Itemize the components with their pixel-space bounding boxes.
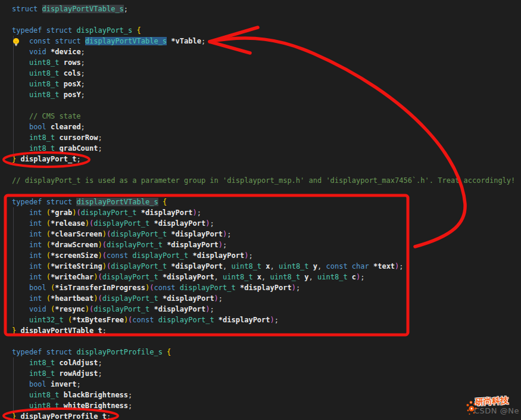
code-token: rows [64,58,81,67]
code-token: *screenSize [51,251,98,260]
code-token [12,380,29,388]
code-token: typedef struct [12,198,76,206]
code-token: ; [360,273,364,281]
code-token: invert [51,380,76,388]
code-token [12,69,29,77]
code-token: ; [81,69,85,77]
code-token: uint8_t [29,69,64,77]
code-token: uint8_t [29,58,64,67]
code-editor-screen: struct displayPortVTable_s;typedef struc… [0,0,521,420]
code-token: ( [98,273,102,281]
code-token: int [29,262,46,270]
code-token: uint8_t [29,402,64,410]
code-token: *displayPort [214,316,270,324]
code-token: , [223,262,231,270]
code-token: displayPort_t [111,230,167,238]
code-token: int [29,273,46,281]
code-line: uint8_t rows; [0,57,521,68]
code-token: *clearScreen [51,230,102,238]
code-token: displayPort_t [93,305,149,313]
code-token: *displayPort [137,209,193,217]
code-token [12,294,29,303]
code-token: ( [46,251,51,260]
code-line: uint8_t cols; [0,68,521,79]
code-token: ) [102,262,107,270]
code-token: *vTable [167,37,201,45]
code-area[interactable]: struct displayPortVTable_s;typedef struc… [0,4,521,420]
code-token: ( [98,294,102,303]
code-token: *device [51,48,81,56]
code-token [12,209,29,217]
code-token: displayPort_t [180,284,236,292]
code-token: { [167,348,171,356]
code-token: ) [98,241,102,249]
code-token: displayPortVTable_t [20,326,102,335]
code-token: ( [76,209,80,217]
code-token: ; [102,326,107,335]
code-token: ; [107,412,111,420]
code-line: int (*release)(displayPort_t *displayPor… [0,218,521,229]
code-token: ) [98,251,102,260]
code-line: bool cleared; [0,122,521,132]
code-line: int8_t rowAdjust; [0,368,521,379]
lightbulb-icon[interactable] [12,38,20,46]
code-token: { [137,26,141,35]
code-token: ; [81,48,85,56]
code-token: } [12,326,20,335]
code-token [158,198,163,206]
code-token: displayPort_t [111,262,167,270]
code-token: *drawScreen [51,241,98,249]
code-token: *displayPort [167,262,223,270]
code-token: *text [369,262,395,270]
code-token: bool [29,123,51,131]
code-token: displayPort_t [93,219,149,228]
code-token: const char [326,262,369,270]
code-token [12,58,29,67]
code-token: ; [219,294,223,303]
code-token: ) [85,305,89,313]
code-token: uint8_t [29,391,64,399]
code-token: rowAdjust [59,369,98,378]
code-line: int (*heartbeat)(displayPort_t *displayP… [0,293,521,304]
code-token: // CMS state [12,112,81,120]
code-token: void [29,48,51,56]
code-token [12,91,29,99]
code-token: } [12,155,20,163]
code-token: blackBrightness [64,391,128,399]
code-token: displayPort_t [20,155,76,163]
code-token: int [29,241,46,249]
watermark: CSDN @Ne 研尚科技 [466,394,521,420]
code-token: ; [124,5,128,13]
code-token: ( [46,209,51,217]
code-line: typedef struct displayPortVTable_s { [0,197,521,207]
code-token: colAdjust [59,359,98,367]
code-token: *displayPort [163,241,219,249]
code-token: ; [227,230,231,238]
code-token: ; [201,37,205,45]
code-token: ) [214,294,219,303]
code-token: ; [81,80,85,88]
code-line: int (*writeString)(displayPort_t *displa… [0,261,521,272]
code-token: ; [128,402,132,410]
code-token: ( [46,273,51,281]
code-token: grabCount [59,144,98,153]
code-token: bool [29,380,51,388]
code-token: ; [98,369,102,378]
code-token: ( [102,241,107,249]
code-token: ; [197,209,201,217]
code-token [12,402,29,410]
code-token: int [29,230,46,238]
code-token: void [29,305,51,313]
code-token: int [29,219,46,228]
code-token: displayPortProfile_t [20,412,107,420]
code-line: int8_t cursorRow; [0,132,521,143]
code-line: void *device; [0,46,521,57]
code-token: uint8_t [317,273,348,281]
code-token: ( [46,219,51,228]
code-token [12,144,29,153]
code-token: ) [219,241,223,249]
code-token: typedef struct [12,26,76,35]
code-token: displayPort_t [107,241,163,249]
code-token: cols [64,69,81,77]
code-token: ; [76,380,80,388]
